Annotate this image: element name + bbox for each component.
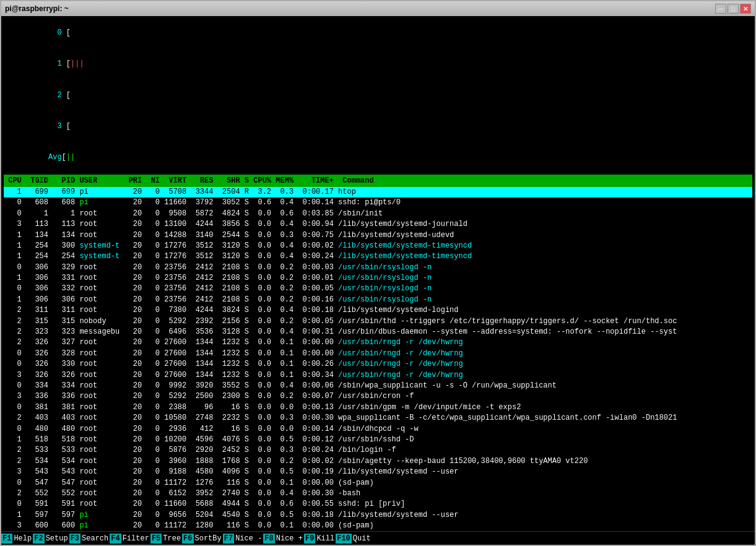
- f6-sortby-button[interactable]: F6SortBy: [182, 532, 223, 545]
- table-row[interactable]: 0 306 329 root 20 0 23756 2412 2108 S 0.…: [4, 262, 752, 273]
- table-row[interactable]: 2 315 315 nobody 20 0 5292 2392 2156 S 0…: [4, 316, 752, 327]
- bottom-bar: F1Help F2Setup F3Search F4Filter F5Tree …: [1, 531, 755, 545]
- table-row[interactable]: 3 600 600 pi 20 0 11172 1280 116 S 0.0 0…: [4, 521, 752, 530]
- table-row[interactable]: 0 326 328 root 20 0 27600 1344 1232 S 0.…: [4, 349, 752, 359]
- stats-right: 0.0%] Uptime: Uptime: 00:28:44 3.2%] Tas…: [503, 17, 755, 173]
- table-row[interactable]: 2 323 323 messagebu 20 0 6496 3536 3128 …: [4, 327, 752, 337]
- table-row[interactable]: 0 1 1 root 20 0 9508 5872 4824 S 0.0 0.6…: [4, 209, 752, 219]
- table-row[interactable]: 1 306 331 root 20 0 23756 2412 2108 S 0.…: [4, 273, 752, 284]
- table-row[interactable]: 2 533 533 root 20 0 5876 2920 2452 S 0.0…: [4, 445, 752, 456]
- process-table-area: CPU TGID PID USER PRI NI VIRT RES SHR S …: [4, 175, 752, 530]
- f7-nice-minus-button[interactable]: F7Nice -: [223, 532, 264, 545]
- table-row[interactable]: 3 543 543 root 20 0 9188 4580 4096 S 0.0…: [4, 467, 752, 477]
- table-row[interactable]: 1 134 134 root 20 0 14288 3140 2544 S 0.…: [4, 230, 752, 241]
- highlighted-process-row[interactable]: 1 699 699 pi 20 0 5708 3344 2504 R 3.2 0…: [4, 187, 752, 197]
- table-row[interactable]: 0 381 381 root 20 0 2388 96 16 S 0.0 0.0…: [4, 402, 752, 413]
- table-row[interactable]: 3 336 336 root 20 0 5292 2500 2300 S 0.0…: [4, 391, 752, 402]
- table-row[interactable]: 2 311 311 root 20 0 7380 4244 3824 S 0.0…: [4, 305, 752, 316]
- table-row[interactable]: 0 480 480 root 20 0 2936 412 16 S 0.0 0.…: [4, 424, 752, 435]
- table-row[interactable]: 2 534 534 root 20 0 3960 1888 1768 S 0.0…: [4, 456, 752, 467]
- stat-pct-0: 0.0%] Uptime: Uptime: 00:28:44: [528, 17, 755, 48]
- stat-mem: 0.8%] Mem:977M used:42.3M buffers:10.1M …: [528, 142, 755, 173]
- cpu0-bar: 0 [: [4, 17, 503, 48]
- f1-help-button[interactable]: F1Help: [1, 532, 33, 545]
- minimize-button[interactable]: ─: [715, 4, 726, 14]
- stat-avg: 0.5%] Avg: 0.3% sys: 0.5% low: 0.0%: [528, 111, 755, 142]
- table-row[interactable]: 1 254 300 systemd-t 20 0 17276 3512 3120…: [4, 241, 752, 251]
- table-row[interactable]: 0 608 608 pi 20 0 11660 3792 3052 S 0.6 …: [4, 197, 752, 208]
- f5-tree-button[interactable]: F5Tree: [150, 532, 182, 545]
- f4-filter-button[interactable]: F4Filter: [110, 532, 150, 545]
- maximize-button[interactable]: □: [728, 4, 739, 14]
- terminal-window: pi@raspberrypi: ~ ─ □ ✕ 0 [: [0, 0, 756, 546]
- f8-nice-plus-button[interactable]: F8Nice +: [263, 532, 304, 545]
- table-row[interactable]: 1 518 518 root 20 0 10200 4596 4076 S 0.…: [4, 435, 752, 445]
- window-title: pi@raspberrypi: ~: [5, 4, 69, 13]
- close-button[interactable]: ✕: [740, 4, 751, 14]
- f3-search-button[interactable]: F3Search: [69, 532, 110, 545]
- f2-setup-button[interactable]: F2Setup: [33, 532, 69, 545]
- stat-pct-1: 3.2%] Tasks: 26, 7 thr; 1 running: [528, 48, 755, 79]
- cpu2-bar: 2 [: [4, 80, 503, 111]
- avg-bar: Avg[||: [4, 142, 503, 173]
- f10-quit-button[interactable]: F10Quit: [336, 532, 371, 545]
- terminal-content: 0 [ 1 [|||: [1, 16, 755, 531]
- table-area: CPU TGID PID USER PRI NI VIRT RES SHR S …: [4, 175, 752, 530]
- table-row[interactable]: 1 597 597 pi 20 0 9656 5204 4540 S 0.0 0…: [4, 510, 752, 521]
- table-row[interactable]: 3 113 113 root 20 0 13100 4244 3856 S 0.…: [4, 219, 752, 230]
- f9-kill-button[interactable]: F9Kill: [304, 532, 336, 545]
- cpu-bars: 0 [ 1 [|||: [4, 17, 503, 173]
- table-row[interactable]: 0 547 547 root 20 0 11172 1276 116 S 0.0…: [4, 478, 752, 488]
- table-row[interactable]: 2 326 327 root 20 0 27600 1344 1232 S 0.…: [4, 337, 752, 348]
- stats-area: 0 [ 1 [|||: [4, 17, 752, 173]
- table-row[interactable]: 2 403 403 root 20 0 10580 2748 2232 S 0.…: [4, 413, 752, 423]
- table-row[interactable]: 0 326 330 root 20 0 27600 1344 1232 S 0.…: [4, 359, 752, 370]
- table-row[interactable]: 1 306 306 root 20 0 23756 2412 2108 S 0.…: [4, 295, 752, 305]
- title-bar: pi@raspberrypi: ~ ─ □ ✕: [1, 1, 755, 16]
- table-row[interactable]: 0 334 334 root 20 0 9992 3920 3552 S 0.0…: [4, 381, 752, 391]
- table-row[interactable]: 3 326 326 root 20 0 27600 1344 1232 S 0.…: [4, 370, 752, 381]
- table-row[interactable]: 1 254 254 systemd-t 20 0 17276 3512 3120…: [4, 251, 752, 262]
- table-row[interactable]: 0 306 332 root 20 0 23756 2412 2108 S 0.…: [4, 284, 752, 294]
- cpu1-bar: 1 [|||: [4, 48, 503, 79]
- cpu3-bar: 3 [: [4, 111, 503, 142]
- table-row[interactable]: 2 552 552 root 20 0 6152 3952 2740 S 0.0…: [4, 488, 752, 499]
- stat-pct-2: 0.0%] CPU Temp: 47.1°C: [528, 80, 755, 111]
- table-header: CPU TGID PID USER PRI NI VIRT RES SHR S …: [4, 175, 752, 187]
- window-controls: ─ □ ✕: [715, 4, 751, 14]
- table-row[interactable]: 0 591 591 root 20 0 11660 5688 4944 S 0.…: [4, 499, 752, 509]
